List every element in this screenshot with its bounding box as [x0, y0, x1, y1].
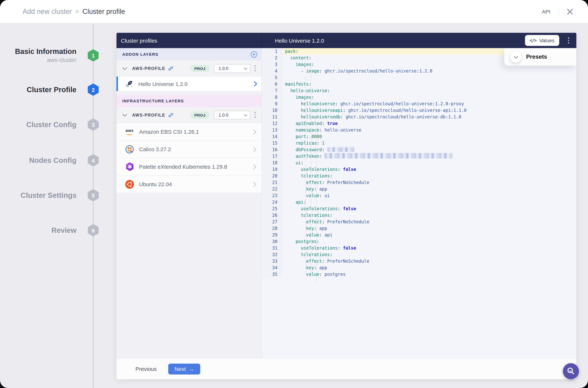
next-button[interactable]: Next →: [168, 364, 201, 374]
code-line: 22 key: app: [262, 186, 576, 192]
step-label: Cluster Settings: [7, 185, 76, 205]
layer-item-row[interactable]: Ubuntu 22.04: [116, 176, 261, 193]
cluster-profile-card: Cluster profiles Hello Universe 1.2.0 </…: [116, 33, 576, 379]
step-title: Nodes Config: [29, 156, 76, 165]
line-number: 6: [262, 81, 283, 87]
step-label: Cluster Config: [7, 114, 76, 135]
code-line: 12 apiEnabled: true: [262, 120, 576, 127]
page-title: Cluster profile: [83, 7, 125, 16]
editor-menu-kebab-icon[interactable]: [566, 36, 570, 45]
stepper-step-cluster-config[interactable]: Cluster Config3: [7, 114, 99, 135]
api-link[interactable]: API: [542, 9, 550, 14]
yaml-code: 1pack:2 content:3 images:4 - image: ghcr…: [262, 48, 576, 278]
chevron-right-icon: [252, 81, 257, 86]
step-number: 4: [92, 157, 95, 163]
layer-item-row[interactable]: Calico 3.27.2: [116, 141, 261, 158]
ubuntu-icon: [125, 180, 134, 189]
line-number: 22: [262, 186, 283, 192]
line-number: 9: [262, 100, 283, 107]
editor-title: Hello Universe 1.2.0: [275, 37, 324, 44]
profile-row-infra: AWS-PROFILEPROJ1.0.0: [116, 107, 261, 123]
aws-icon: aws: [126, 128, 134, 135]
code-line: 10 hellouniverseapi: ghcr.io/spectroclou…: [262, 107, 576, 114]
rocket-icon: [125, 80, 133, 88]
chevron-down-icon[interactable]: [122, 112, 127, 116]
search-smile-icon: [566, 366, 576, 376]
app-window: Add new cluster > Cluster profile API Ba…: [0, 0, 588, 388]
version-select[interactable]: 1.0.0: [214, 64, 250, 73]
line-number: 21: [262, 179, 283, 186]
layer-item-row[interactable]: awsAmazon EBS CSI 1.26.1: [116, 123, 261, 141]
scope-badge: PROJ: [190, 111, 209, 119]
editor-header: Hello Universe 1.2.0 </> Values: [262, 33, 576, 48]
stepper-connector-line: [93, 23, 93, 388]
line-number: 12: [262, 120, 283, 127]
code-line: 16 dbPassword:: [262, 146, 576, 153]
profile-menu-kebab-icon[interactable]: [253, 111, 257, 120]
yaml-editor[interactable]: 1pack:2 content:3 images:4 - image: ghcr…: [262, 48, 576, 359]
line-number: 1: [262, 48, 283, 55]
layer-item-row[interactable]: Palette eXtended Kubernetes 1.29.8: [116, 158, 261, 176]
stepper-step-review[interactable]: Review6: [7, 220, 99, 241]
pack-name: Hello Universe 1.2.0: [138, 81, 187, 87]
profile-menu-kebab-icon[interactable]: [253, 64, 257, 73]
arrow-right-icon: →: [189, 366, 194, 372]
line-number: 14: [262, 133, 283, 140]
step-title: Basic Information: [15, 47, 76, 56]
layer-name: Amazon EBS CSI 1.26.1: [139, 129, 199, 135]
next-button-label: Next: [175, 366, 186, 372]
code-line: 29 value: api: [262, 232, 576, 238]
presets-panel: Presets: [504, 48, 576, 66]
code-line: 21 effect: PreferNoSchedule: [262, 179, 576, 186]
code-icon: </>: [530, 38, 536, 43]
chevron-down-icon[interactable]: [122, 65, 127, 70]
indent-guide: [311, 61, 311, 278]
line-number: 19: [262, 166, 283, 173]
step-label: Cluster Profile: [7, 79, 76, 100]
line-number: 25: [262, 205, 283, 212]
line-number: 13: [262, 127, 283, 133]
redacted-value: [325, 153, 453, 158]
stepper-step-basic-information[interactable]: Basic Informationaws-cluster1: [7, 45, 99, 66]
stepper-step-nodes-config[interactable]: Nodes Config4: [7, 150, 99, 170]
profile-name: AWS-PROFILE: [132, 66, 165, 71]
line-number: 30: [262, 238, 283, 245]
add-layer-icon[interactable]: +: [251, 51, 257, 57]
indent-guide: [305, 55, 306, 278]
step-label: Review: [7, 220, 76, 241]
chevron-down-icon: [244, 66, 247, 70]
line-number: 5: [262, 74, 283, 81]
stepper-step-cluster-profile[interactable]: Cluster Profile2: [7, 79, 99, 100]
line-number: 10: [262, 107, 283, 114]
step-number: 2: [92, 87, 95, 93]
code-line: 5: [262, 74, 576, 81]
stepper-step-cluster-settings[interactable]: Cluster Settings5: [7, 185, 99, 205]
layer-name: Palette eXtended Kubernetes 1.29.8: [139, 164, 227, 170]
version-select[interactable]: 1.0.0: [214, 111, 250, 119]
previous-button[interactable]: Previous: [132, 364, 160, 374]
divider: [559, 7, 559, 16]
chevron-right-icon: [251, 129, 256, 134]
line-number: 18: [262, 160, 283, 166]
card-header: Cluster profiles Hello Universe 1.2.0 </…: [116, 33, 576, 48]
code-line: 33 effect: PreferNoSchedule: [262, 258, 576, 265]
line-number: 16: [262, 146, 283, 153]
breadcrumb-parent[interactable]: Add new cluster: [23, 7, 72, 16]
cluster-profiles-panel: ADDON LAYERS+AWS-PROFILEPROJ1.0.0Hello U…: [116, 48, 262, 359]
calico-icon: [125, 145, 134, 154]
step-number: 1: [92, 52, 95, 58]
code-line: 27 effect: PreferNoSchedule: [262, 218, 576, 225]
indent-guide: [317, 100, 317, 284]
close-icon[interactable]: [567, 8, 573, 15]
selected-pack-row[interactable]: Hello Universe 1.2.0: [116, 76, 261, 91]
code-line: 18 ui:: [262, 160, 576, 166]
code-line: 11 hellouniversedb: ghcr.io/spectrocloud…: [262, 114, 576, 120]
search-fab-button[interactable]: [563, 363, 579, 379]
line-number: 17: [262, 153, 283, 160]
code-line: 20 tolerations:: [262, 173, 576, 179]
presets-chevron-icon[interactable]: [510, 51, 521, 62]
values-button[interactable]: </> Values: [525, 35, 559, 46]
line-number: 3: [262, 61, 283, 68]
step-hexagon-badge: 5: [88, 189, 99, 201]
line-number: 2: [262, 55, 283, 61]
